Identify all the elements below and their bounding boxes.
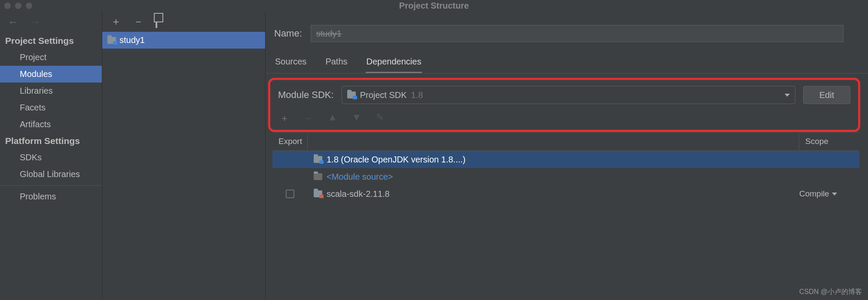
window-title: Project Structure bbox=[399, 1, 469, 11]
modules-list: ＋ － study1 bbox=[102, 11, 266, 299]
lib-folder-icon bbox=[314, 190, 322, 197]
add-dep-icon[interactable]: ＋ bbox=[280, 112, 289, 125]
module-sdk-label: Module SDK: bbox=[278, 89, 334, 101]
minimize-dot[interactable] bbox=[15, 3, 21, 9]
remove-module-icon[interactable]: － bbox=[133, 15, 144, 28]
detail-panel: Name: Sources Paths Dependencies Module … bbox=[266, 11, 868, 299]
module-sdk-select[interactable]: Project SDK 1.8 bbox=[342, 86, 795, 104]
sidebar: ← → Project Settings Project Modules Lib… bbox=[0, 11, 102, 299]
forward-arrow-icon[interactable]: → bbox=[30, 16, 40, 28]
tab-paths[interactable]: Paths bbox=[324, 52, 348, 73]
table-row[interactable]: <Module source> bbox=[272, 168, 859, 185]
dependencies-table: Export Scope 1.8 (Oracle OpenJDK version… bbox=[272, 132, 859, 202]
sidebar-item-global-libraries[interactable]: Global Libraries bbox=[0, 166, 102, 183]
chevron-down-icon bbox=[785, 94, 790, 97]
edit-dep-icon[interactable]: ✎ bbox=[376, 112, 384, 125]
section-project-settings: Project Settings bbox=[0, 33, 102, 49]
highlight-box: Module SDK: Project SDK 1.8 Edit ＋ － ▲ ▼… bbox=[268, 78, 860, 132]
chevron-down-icon bbox=[832, 193, 837, 196]
table-header: Export Scope bbox=[272, 132, 859, 151]
copy-module-icon[interactable] bbox=[156, 15, 157, 28]
module-item-label: study1 bbox=[119, 35, 145, 45]
col-scope[interactable]: Scope bbox=[799, 132, 859, 150]
dep-name: <Module source> bbox=[327, 172, 393, 182]
separator bbox=[0, 185, 102, 186]
sidebar-item-problems[interactable]: Problems bbox=[0, 188, 102, 205]
sdk-folder-icon bbox=[347, 92, 356, 98]
titlebar: Project Structure bbox=[0, 0, 868, 11]
back-arrow-icon[interactable]: ← bbox=[8, 16, 18, 28]
close-dot[interactable] bbox=[4, 3, 11, 9]
sidebar-item-facets[interactable]: Facets bbox=[0, 99, 102, 116]
module-item-study1[interactable]: study1 bbox=[102, 32, 265, 49]
sidebar-item-libraries[interactable]: Libraries bbox=[0, 83, 102, 99]
section-platform-settings: Platform Settings bbox=[0, 133, 102, 149]
sidebar-item-modules[interactable]: Modules bbox=[0, 66, 102, 83]
add-module-icon[interactable]: ＋ bbox=[111, 15, 121, 28]
sidebar-item-artifacts[interactable]: Artifacts bbox=[0, 116, 102, 133]
edit-button[interactable]: Edit bbox=[803, 86, 850, 104]
col-name bbox=[308, 132, 799, 150]
up-dep-icon[interactable]: ▲ bbox=[328, 112, 337, 125]
table-row[interactable]: 1.8 (Oracle OpenJDK version 1.8....) bbox=[272, 151, 859, 168]
module-folder-icon bbox=[107, 37, 116, 44]
jdk-folder-icon bbox=[314, 156, 322, 163]
watermark: CSDN @小卢的博客 bbox=[799, 288, 862, 297]
dep-name: scala-sdk-2.11.8 bbox=[327, 189, 390, 199]
sidebar-item-sdks[interactable]: SDKs bbox=[0, 149, 102, 166]
dep-name: 1.8 (Oracle OpenJDK version 1.8....) bbox=[327, 155, 465, 165]
zoom-dot[interactable] bbox=[26, 3, 32, 9]
tab-dependencies[interactable]: Dependencies bbox=[366, 52, 422, 73]
remove-dep-icon[interactable]: － bbox=[304, 112, 313, 125]
scope-select[interactable]: Compile bbox=[799, 189, 859, 199]
export-checkbox[interactable] bbox=[286, 190, 294, 198]
name-label: Name: bbox=[274, 28, 302, 39]
col-export[interactable]: Export bbox=[272, 132, 308, 150]
window-controls bbox=[4, 3, 32, 9]
sdk-version: 1.8 bbox=[411, 90, 423, 100]
tabs: Sources Paths Dependencies bbox=[266, 52, 868, 73]
sdk-value: Project SDK bbox=[360, 90, 407, 100]
name-input[interactable] bbox=[311, 25, 844, 42]
source-folder-icon bbox=[314, 173, 322, 180]
sidebar-item-project[interactable]: Project bbox=[0, 49, 102, 66]
down-dep-icon[interactable]: ▼ bbox=[352, 112, 361, 125]
tab-sources[interactable]: Sources bbox=[274, 52, 307, 73]
table-row[interactable]: scala-sdk-2.11.8 Compile bbox=[272, 185, 859, 202]
